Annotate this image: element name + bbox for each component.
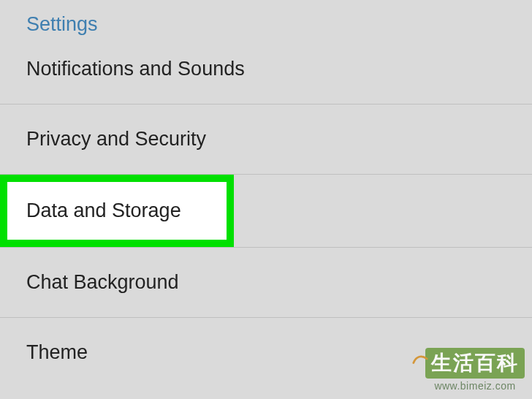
highlight-box: Data and Storage xyxy=(0,175,234,247)
settings-item-label: Data and Storage xyxy=(26,200,181,221)
settings-item-label: Privacy and Security xyxy=(26,128,206,150)
settings-item-privacy[interactable]: Privacy and Security xyxy=(0,104,532,174)
watermark-url: www.bimeiz.com xyxy=(425,380,525,392)
settings-item-data-storage[interactable]: Data and Storage xyxy=(0,174,532,247)
settings-item-chat-background[interactable]: Chat Background xyxy=(0,247,532,317)
swoosh-icon xyxy=(412,351,428,367)
watermark: 生活百科 www.bimeiz.com xyxy=(425,348,525,392)
settings-item-notifications[interactable]: Notifications and Sounds xyxy=(0,46,532,104)
settings-item-label: Chat Background xyxy=(26,271,179,293)
settings-item-label: Notifications and Sounds xyxy=(26,58,245,80)
section-header-label: Settings xyxy=(26,13,98,35)
section-header-settings: Settings xyxy=(0,0,532,46)
settings-item-label: Theme xyxy=(26,341,88,363)
watermark-logo: 生活百科 xyxy=(425,348,525,379)
watermark-chinese-text: 生活百科 xyxy=(425,348,525,379)
